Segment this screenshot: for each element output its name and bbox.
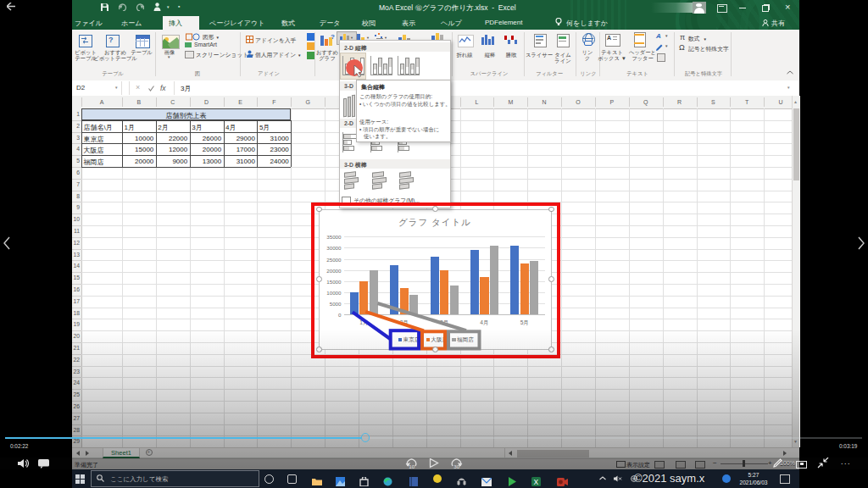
svg-text:X: X — [533, 478, 538, 486]
svg-text:30: 30 — [453, 463, 459, 469]
svg-text:10: 10 — [409, 463, 415, 469]
